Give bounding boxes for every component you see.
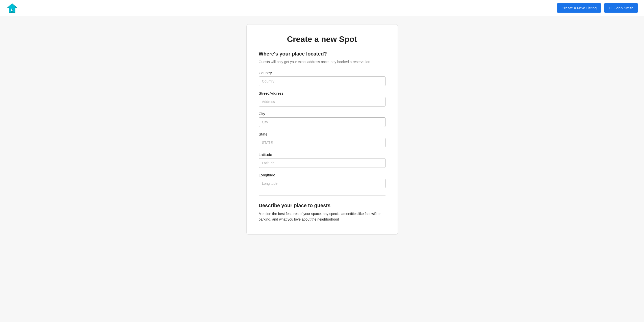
state-label: State	[259, 132, 385, 136]
city-group: City	[259, 112, 385, 127]
location-section: Where's your place located? Guests will …	[259, 51, 385, 188]
latitude-input[interactable]	[259, 158, 385, 168]
description-normal-text: the best features of your space, any spe…	[259, 212, 381, 221]
street-address-label: Street Address	[259, 91, 385, 95]
svg-text:U: U	[11, 8, 13, 12]
description-section: Describe your place to guests Mention th…	[259, 203, 385, 222]
city-label: City	[259, 112, 385, 116]
country-input[interactable]	[259, 76, 385, 86]
country-label: Country	[259, 71, 385, 75]
user-greeting-button[interactable]: Hi, John Smith	[604, 3, 638, 13]
location-heading: Where's your place located?	[259, 51, 385, 57]
country-group: Country	[259, 71, 385, 86]
home-logo-icon: U	[6, 2, 18, 14]
section-divider	[259, 195, 385, 196]
navbar: U Create a New Listing Hi, John Smith	[0, 0, 644, 16]
main-content: Create a new Spot Where's your place loc…	[0, 16, 644, 243]
logo-container: U	[6, 2, 18, 14]
state-input[interactable]	[259, 138, 385, 147]
form-card: Create a new Spot Where's your place loc…	[246, 24, 398, 235]
city-input[interactable]	[259, 117, 385, 127]
state-group: State	[259, 132, 385, 147]
form-title: Create a new Spot	[259, 35, 385, 44]
longitude-group: Longitude	[259, 173, 385, 188]
longitude-label: Longitude	[259, 173, 385, 177]
street-address-group: Street Address	[259, 91, 385, 106]
latitude-label: Latitude	[259, 152, 385, 157]
create-listing-button[interactable]: Create a New Listing	[557, 3, 601, 13]
latitude-group: Latitude	[259, 152, 385, 168]
description-body: Mention the best features of your space,…	[259, 211, 385, 222]
longitude-input[interactable]	[259, 179, 385, 188]
navbar-actions: Create a New Listing Hi, John Smith	[557, 3, 638, 13]
description-heading: Describe your place to guests	[259, 203, 385, 208]
street-address-input[interactable]	[259, 97, 385, 106]
description-highlight-text: Mention	[259, 212, 272, 216]
location-description: Guests will only get your exact address …	[259, 59, 385, 65]
